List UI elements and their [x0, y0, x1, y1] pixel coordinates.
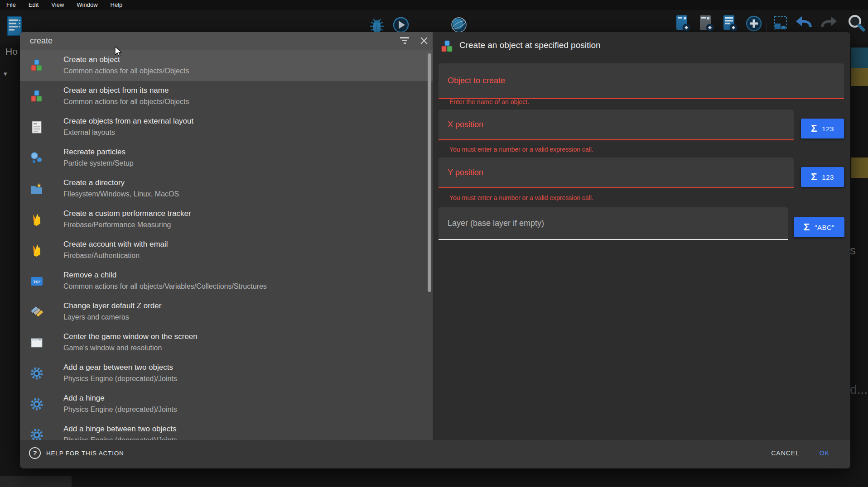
action-group: Game's window and resolution — [63, 344, 162, 352]
window-icon — [30, 336, 43, 349]
action-group: Filesystem/Windows, Linux, MacOS — [63, 190, 179, 198]
search-input[interactable]: create — [30, 32, 53, 50]
field-placeholder: Object to create — [448, 76, 505, 86]
field-object-to-create[interactable]: Object to create — [439, 63, 844, 99]
field-error-text: Enter the name of an object. — [449, 98, 529, 105]
home-tab-fragment: Ho — [5, 46, 18, 57]
redo-icon[interactable] — [818, 14, 838, 33]
help-button[interactable]: ? HELP FOR THIS ACTION — [29, 447, 124, 459]
action-results-list: Create an objectCommon actions for all o… — [20, 50, 433, 440]
dialog-title: Create an object at specified position — [459, 40, 601, 50]
add-extension-icon[interactable] — [744, 14, 764, 33]
ok-button[interactable]: OK — [820, 449, 829, 457]
add-scene-icon[interactable] — [673, 14, 693, 33]
layers-icon — [30, 305, 43, 319]
action-list-item[interactable]: Recreate particlesParticle system/Setup — [20, 143, 433, 173]
action-title: Create objects from an external layout — [63, 117, 193, 126]
external-layout-icon — [30, 120, 43, 134]
action-title: Add a hinge — [63, 394, 105, 403]
action-list-item[interactable]: Create an object from its nameCommon act… — [20, 81, 433, 112]
undo-icon[interactable] — [795, 14, 815, 33]
action-list-item[interactable]: Create an objectCommon actions for all o… — [20, 50, 433, 81]
dialog-footer: ? HELP FOR THIS ACTION CANCEL OK — [20, 440, 850, 468]
action-title: Recreate particles — [63, 148, 125, 157]
field-placeholder: Y position — [448, 168, 483, 177]
field-y-position[interactable]: Y position — [439, 158, 794, 188]
expression-builder-button[interactable]: Σ123 — [801, 167, 844, 187]
cancel-button[interactable]: CANCEL — [771, 449, 800, 457]
field-layer-base-layer-if-empty[interactable]: Layer (base layer if empty) — [439, 207, 788, 240]
action-group: Firebase/Performance Measuring — [63, 221, 171, 229]
action-list-item[interactable]: Center the game window on the screenGame… — [20, 327, 433, 358]
action-list-item[interactable]: Create account with with emailFirebase/A… — [20, 235, 433, 266]
search-icon[interactable] — [846, 14, 866, 33]
bg-selection-box — [851, 179, 865, 203]
menu-window[interactable]: Window — [70, 0, 104, 10]
menu-bar: FileEditViewWindowHelp — [0, 0, 868, 10]
expression-type-label: 123 — [822, 173, 834, 181]
svg-text:Var: Var — [33, 278, 41, 285]
menu-help[interactable]: Help — [104, 0, 129, 10]
expression-builder-button[interactable]: Σ123 — [801, 119, 844, 138]
chevron-down-icon[interactable]: ▾ — [4, 70, 7, 78]
firebase-icon — [30, 213, 43, 226]
close-icon[interactable] — [420, 36, 429, 45]
search-bar[interactable]: create — [20, 32, 433, 50]
firebase-icon — [30, 244, 43, 257]
action-title: Create a directory — [63, 178, 125, 187]
action-group: Physics Engine (deprecated)/Joints — [63, 436, 177, 440]
action-group: Physics Engine (deprecated)/Joints — [63, 406, 177, 414]
list-scrollbar[interactable] — [428, 53, 431, 292]
action-title: Remove a child — [63, 271, 116, 280]
particles-icon — [30, 151, 43, 165]
sigma-icon: Σ — [811, 172, 817, 182]
action-title: Add a hinge between two objects — [63, 425, 177, 434]
action-list-item[interactable]: ★Create a directoryFilesystem/Windows, L… — [20, 173, 433, 204]
filter-icon[interactable] — [400, 37, 410, 44]
help-icon: ? — [29, 447, 41, 459]
action-list-item[interactable]: Add a hinge between two objectsPhysics E… — [20, 420, 433, 440]
action-title: Change layer default Z order — [63, 301, 161, 310]
menu-file[interactable]: File — [0, 0, 22, 10]
field-x-position[interactable]: X position — [439, 110, 794, 140]
action-group: External layouts — [63, 129, 115, 137]
objects-icon — [440, 40, 454, 53]
expression-type-label: 123 — [822, 125, 834, 133]
bg-text-fragment-d: d... — [850, 382, 868, 397]
action-title: Add a gear between two objects — [63, 363, 173, 372]
action-title: Create a custom performance tracker — [63, 209, 191, 218]
action-group: Particle system/Setup — [63, 159, 134, 167]
objects-icon — [30, 90, 43, 103]
action-list-item[interactable]: Create a custom performance trackerFireb… — [20, 204, 433, 235]
instruction-editor-dialog: create Create an objectCommon actions fo… — [20, 32, 850, 468]
action-config-pane: Create an object at specified position O… — [433, 32, 850, 440]
action-title: Center the game window on the screen — [63, 332, 198, 341]
sigma-icon: Σ — [804, 222, 810, 232]
field-error-text: You must enter a number or a valid expre… — [449, 146, 593, 153]
add-external-events-icon[interactable] — [697, 14, 717, 33]
action-list-item[interactable]: VarRemove a childCommon actions for all … — [20, 266, 433, 296]
action-group: Layers and cameras — [63, 313, 129, 321]
gear-icon — [30, 428, 43, 440]
string-expression-builder-button[interactable]: Σ"ABC" — [794, 217, 844, 237]
menu-edit[interactable]: Edit — [22, 0, 45, 10]
mouse-cursor — [114, 46, 124, 57]
action-list-item[interactable]: Add a hingePhysics Engine (deprecated)/J… — [20, 389, 433, 420]
action-group: Physics Engine (deprecated)/Joints — [63, 375, 177, 383]
add-external-layout-icon[interactable] — [720, 14, 740, 33]
action-list-item[interactable]: Change layer default Z orderLayers and c… — [20, 296, 433, 327]
action-list-item[interactable]: Add a gear between two objectsPhysics En… — [20, 358, 433, 389]
action-group: Firebase/Authentication — [63, 252, 140, 260]
field-placeholder: X position — [448, 120, 483, 129]
action-group: Common actions for all objects/Variables… — [63, 282, 267, 291]
action-group: Common actions for all objects/Objects — [63, 67, 189, 75]
help-label: HELP FOR THIS ACTION — [46, 450, 124, 457]
action-list-item[interactable]: Create objects from an external layoutEx… — [20, 112, 433, 143]
menu-view[interactable]: View — [45, 0, 70, 10]
bg-teal-block — [851, 48, 868, 68]
action-title: Create account with with email — [63, 240, 168, 249]
publish-globe-icon[interactable] — [450, 16, 468, 33]
bg-text-fragment-s: s — [850, 244, 856, 258]
paste-icon[interactable] — [771, 14, 791, 33]
preview-play-icon[interactable] — [392, 16, 410, 33]
